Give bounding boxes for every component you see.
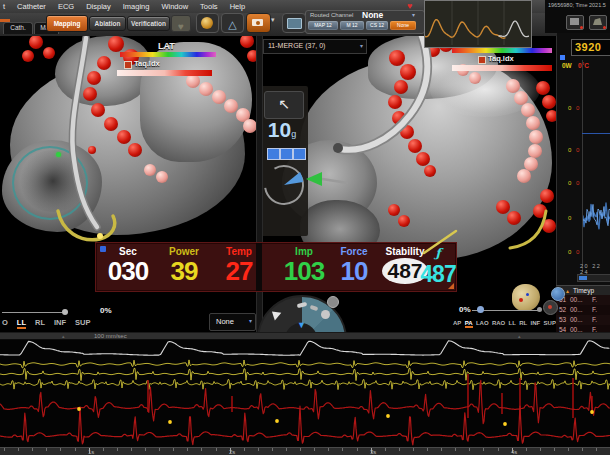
map-point[interactable] <box>424 165 436 177</box>
map-view-button[interactable] <box>543 300 558 315</box>
taq-checkbox[interactable] <box>478 56 486 64</box>
navigation-puck[interactable]: ▼ <box>257 295 347 332</box>
channel-button-m[interactable]: M 12 <box>340 21 364 30</box>
map-point[interactable] <box>186 74 200 88</box>
map-point[interactable] <box>528 144 542 158</box>
map-point[interactable] <box>29 35 43 49</box>
map-point[interactable] <box>104 117 118 131</box>
view-button[interactable]: LAO <box>476 320 489 326</box>
mesh-dropdown[interactable]: None ▾ <box>209 313 256 331</box>
map-point[interactable] <box>240 34 254 48</box>
table-row[interactable]: 53 00... F. <box>556 315 610 325</box>
map-point[interactable] <box>91 103 105 117</box>
map-point[interactable] <box>496 200 510 214</box>
graph-scrollbar[interactable] <box>577 274 610 282</box>
ecg-divider-bar[interactable]: 100 mm/sec ▴ ▴ <box>0 332 610 340</box>
taq-checkbox[interactable] <box>124 61 132 69</box>
channel-button-cs[interactable]: CS 12 <box>366 21 388 30</box>
direction-button[interactable]: ↖ <box>264 91 304 119</box>
map-point[interactable] <box>88 146 96 154</box>
map-point[interactable] <box>388 95 402 109</box>
verification-button[interactable]: Verification <box>127 16 170 31</box>
view-button[interactable]: RL <box>35 318 45 327</box>
map-point[interactable] <box>199 82 213 96</box>
map-point[interactable] <box>117 130 131 144</box>
lat-color-bar[interactable] <box>120 52 216 57</box>
taq-color-bar[interactable] <box>117 70 212 76</box>
chevron-down-icon[interactable]: ▾ <box>271 16 275 24</box>
view-button[interactable]: SUP <box>75 318 90 327</box>
tab-cath[interactable]: Cath. <box>3 22 33 34</box>
sync-button[interactable] <box>551 287 565 301</box>
map-point[interactable] <box>540 189 554 203</box>
map-point[interactable] <box>529 130 543 144</box>
menu-item-imaging[interactable]: Imaging <box>123 2 150 11</box>
menu-item-partial[interactable]: t <box>3 2 5 11</box>
menu-item-display[interactable]: Display <box>86 2 111 11</box>
map-point[interactable] <box>526 116 540 130</box>
view-button[interactable]: INF <box>54 318 66 327</box>
map-point[interactable] <box>97 56 111 70</box>
screen-layout-button[interactable] <box>282 13 306 33</box>
menu-item-ecg[interactable]: ECG <box>58 2 74 11</box>
view-button[interactable]: SUP <box>544 320 556 326</box>
map-point[interactable] <box>388 204 400 216</box>
map-point[interactable] <box>542 219 556 233</box>
map-point[interactable] <box>243 119 257 133</box>
menu-item-window[interactable]: Window <box>161 2 188 11</box>
map-point[interactable] <box>22 50 34 62</box>
scrollbar-thumb[interactable] <box>579 276 587 280</box>
map-select[interactable]: 11-MERGE (37, 0) ▾ <box>263 39 367 54</box>
map-point[interactable] <box>416 152 430 166</box>
map-point[interactable] <box>108 36 124 52</box>
routed-channel-value[interactable]: None <box>362 10 383 20</box>
view-button[interactable]: AP <box>453 320 461 326</box>
heart-mode-button[interactable]: ♥ <box>171 15 191 32</box>
ablation-button[interactable]: Ablation <box>89 16 126 31</box>
download-arrow-icon[interactable]: ▼ <box>297 320 306 330</box>
opacity-slider-handle[interactable] <box>477 306 484 313</box>
view-button[interactable]: RAO <box>492 320 505 326</box>
ecg-traces[interactable] <box>0 338 610 447</box>
map-point[interactable] <box>400 125 414 139</box>
map-point[interactable] <box>144 164 156 176</box>
map-point[interactable] <box>398 215 410 227</box>
geometry-button[interactable]: △ <box>221 13 244 33</box>
taq-color-bar[interactable] <box>452 65 552 71</box>
map-point[interactable] <box>87 71 101 85</box>
puck-knob[interactable] <box>327 296 339 308</box>
mapping-button[interactable]: Mapping <box>46 15 88 32</box>
map-point[interactable] <box>408 139 422 153</box>
chevron-down-icon[interactable]: ▾ <box>412 11 415 18</box>
compass-button[interactable] <box>196 13 219 33</box>
map-point[interactable] <box>156 171 168 183</box>
map-point[interactable] <box>400 64 416 80</box>
map-point[interactable] <box>536 81 550 95</box>
view-button[interactable]: INF <box>531 320 541 326</box>
map-point[interactable] <box>128 143 142 157</box>
map-point[interactable] <box>43 47 55 59</box>
menu-item-catheter[interactable]: Catheter <box>17 2 46 11</box>
view-button-ll[interactable]: LL <box>17 318 26 329</box>
map-point[interactable] <box>392 111 406 125</box>
view-button[interactable]: RL <box>519 320 527 326</box>
map-point[interactable] <box>83 87 97 101</box>
opacity-slider-track[interactable] <box>2 312 62 313</box>
map-point[interactable] <box>521 103 535 117</box>
map-point[interactable] <box>542 95 556 109</box>
monitor-button-2[interactable] <box>589 15 607 30</box>
map-point[interactable] <box>389 50 405 66</box>
menu-item-help[interactable]: Help <box>230 2 245 11</box>
view-button[interactable]: LL <box>509 320 516 326</box>
map-point[interactable] <box>507 211 521 225</box>
map-point[interactable] <box>533 204 547 218</box>
table-row[interactable]: 52 00... F. <box>556 305 610 315</box>
channel-button-map[interactable]: MAP 12 <box>308 21 338 30</box>
monitor-button-1[interactable] <box>566 15 584 30</box>
opacity-slider-handle[interactable] <box>62 309 68 315</box>
snapshot-button[interactable] <box>246 13 271 33</box>
view-button-pa[interactable]: PA <box>465 320 473 328</box>
map-point[interactable] <box>517 169 531 183</box>
map-point[interactable] <box>469 72 481 84</box>
channel-button-none[interactable]: None <box>390 21 416 30</box>
